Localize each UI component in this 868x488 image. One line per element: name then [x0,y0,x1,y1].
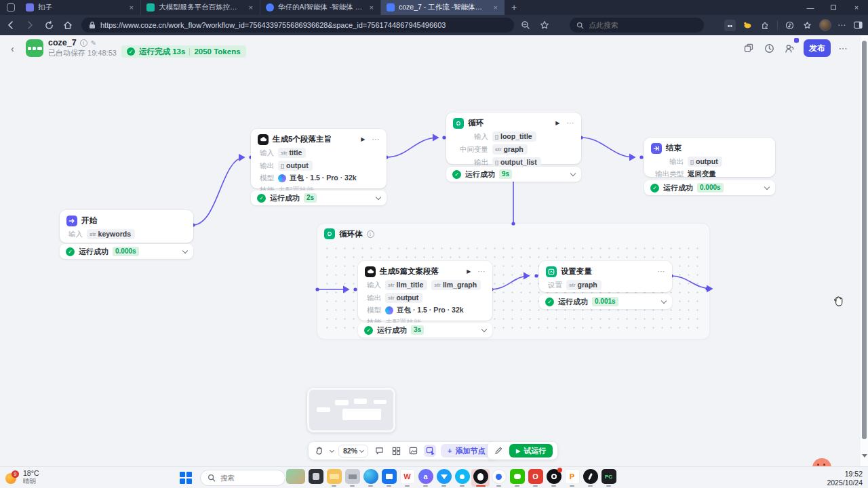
tab-close-icon[interactable]: × [248,3,254,12]
node-set-variable[interactable]: 设置变量 ⋯ 设置 strgraph [539,261,672,292]
comment-icon[interactable] [373,445,385,457]
more-icon[interactable]: ⋯ [372,135,380,144]
task-view-icon[interactable] [307,469,325,487]
taskbar-weather[interactable]: 9 18°C 晴朗 [5,469,39,485]
zoom-out-icon[interactable] [518,18,533,33]
tab-coze7-workflow[interactable]: coze_7 - 工作流 -智能体平台 × [381,0,505,15]
more-icon[interactable]: ⋯ [658,267,666,276]
wps-office-icon[interactable]: W [398,469,416,487]
node-start-status[interactable]: ✓ 运行成功 0.000s [60,244,193,259]
node-start[interactable]: 开始 输入 strkeywords [60,210,193,243]
profile-avatar[interactable] [819,19,831,31]
dark-circle-app-icon[interactable] [581,469,599,487]
chevron-down-icon[interactable] [182,247,188,253]
music-extension-icon[interactable] [784,20,795,31]
pp-app-icon[interactable]: P [563,469,581,487]
browser-search-box[interactable] [570,18,704,33]
snapshot-icon[interactable] [407,445,419,457]
tab-close-icon[interactable]: × [128,3,135,12]
workflow-canvas[interactable]: 循环体 i [0,35,868,466]
quark-icon[interactable]: a [416,469,435,487]
xunlei-icon[interactable] [435,469,453,487]
tencent-docs-icon[interactable] [490,469,508,487]
tab-agent[interactable]: 华仔的AI智能体 -智能体 - 扣子 × [260,0,381,15]
scrollbar-down-arrow[interactable] [862,454,867,458]
node-setvar-status[interactable]: ✓ 运行成功 0.001s [539,294,672,309]
taskbar-search[interactable] [200,470,285,486]
more-icon[interactable]: ⋯ [478,267,486,276]
collaborators-icon[interactable] [781,40,797,56]
obs-icon[interactable] [545,469,563,487]
wechat-icon[interactable] [508,469,526,487]
edge-icon[interactable] [361,469,380,487]
new-tab-button[interactable]: + [511,2,517,13]
widgets-icon[interactable] [285,469,307,487]
node-llm1-status[interactable]: ✓ 运行成功 2s [251,190,387,205]
hand-tool-icon[interactable] [313,445,326,457]
node-llm-copy-paragraphs[interactable]: 生成5篇文案段落 ▶ ⋯ 输入 strllm_title strllm_grap… [358,261,492,321]
play-icon[interactable]: ▶ [467,268,471,274]
play-icon[interactable]: ▶ [555,120,559,126]
tab-close-icon[interactable]: × [492,3,499,12]
zoom-level-select[interactable]: 82% [338,445,368,458]
test-run-button[interactable]: ▶ 试运行 [509,444,553,458]
hand-tool-caret[interactable] [330,447,334,452]
browser-logo-icon[interactable] [7,3,15,12]
frames-icon[interactable] [741,40,757,56]
assistant-peek-button[interactable] [812,458,831,466]
tab-kouzi[interactable]: 扣子 × [20,0,141,15]
node-llm-paragraph-topics[interactable]: 生成5个段落主旨 ▶ ⋯ 输入 strtitle 输出 []output 模型 … [251,129,387,188]
taskbar-search-input[interactable] [220,474,275,482]
node-end[interactable]: 结束 输出 []output 输出类型 返回变量 [644,138,775,177]
chevron-down-icon[interactable] [661,298,667,303]
layout-grid-icon[interactable] [390,445,402,457]
play-icon[interactable]: ▶ [361,136,365,142]
info-icon[interactable]: i [80,39,87,47]
node-loop[interactable]: 循环 ▶ ⋯ 输入 []loop_title 中间变量 strgraph 输出 … [446,113,581,164]
page-scrollbar[interactable] [861,35,868,466]
back-icon[interactable] [3,17,19,33]
add-node-button[interactable]: + 添加节点 [441,444,492,458]
taskbar-clock[interactable]: 19:52 2025/10/24 [827,470,863,487]
node-loop-status[interactable]: ✓ 运行成功 9s [446,167,581,182]
history-icon[interactable] [761,40,777,56]
start-button[interactable] [180,472,192,484]
qq-music-icon[interactable] [453,469,471,487]
pycharm-icon[interactable]: PC [599,469,618,487]
favorites-icon[interactable] [802,20,813,31]
edit-icon[interactable]: ✎ [91,39,96,47]
more-menu-icon[interactable]: ⋯ [835,40,851,56]
reload-icon[interactable] [41,17,57,33]
minimap[interactable] [307,388,395,432]
chevron-down-icon[interactable] [570,170,576,176]
browser-menu-icon[interactable]: ⋯ [837,20,846,30]
extensions-puzzle-icon[interactable] [760,20,771,31]
sidebar-toggle-icon[interactable] [852,20,864,31]
extension-tampermonkey-icon[interactable] [724,20,736,31]
publish-button[interactable]: 发布 [804,39,831,57]
extension-pet-icon[interactable] [742,20,753,31]
tab-close-icon[interactable]: × [368,3,375,12]
scrollbar-thumb[interactable] [862,41,867,439]
red-o-app-icon[interactable]: O [526,469,545,487]
node-end-status[interactable]: ✓ 运行成功 0.000s [644,180,775,195]
scanner-device-icon[interactable] [343,469,361,487]
chevron-down-icon[interactable] [481,326,487,331]
bookmark-star-icon[interactable] [537,18,552,33]
window-close-button[interactable]: × [845,0,868,15]
file-explorer-icon[interactable] [325,469,343,487]
window-restore-button[interactable] [822,0,845,15]
qq-icon[interactable] [471,469,490,487]
browser-search-input[interactable] [589,21,677,29]
tab-bailian[interactable]: 大模型服务平台百炼控制台 × [141,0,260,15]
debug-pencil-icon[interactable] [492,445,505,457]
url-bar[interactable]: https://www.coze.cn/work_flow?workflow_i… [81,18,514,33]
select-tool-icon[interactable] [424,445,436,457]
forward-icon[interactable] [22,17,38,33]
more-icon[interactable]: ⋯ [567,119,575,127]
back-chevron-icon[interactable]: ‹ [11,43,14,54]
chevron-down-icon[interactable] [376,194,381,199]
chevron-down-icon[interactable] [764,184,770,189]
home-icon[interactable] [60,17,76,33]
microsoft-store-icon[interactable] [380,469,398,487]
